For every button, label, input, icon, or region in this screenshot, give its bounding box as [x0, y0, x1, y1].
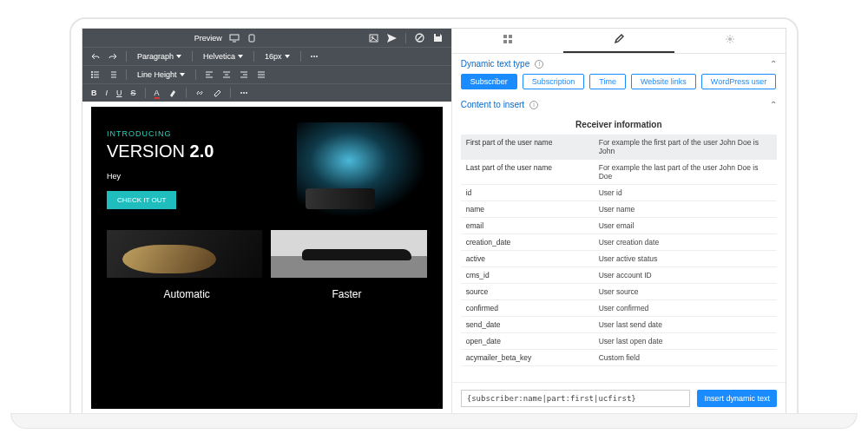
toolbar-row-3: Line Height [82, 66, 451, 84]
svg-point-6 [311, 56, 312, 57]
save-icon[interactable] [431, 31, 444, 44]
editor-toolbar: Preview Paragraph Helvetica 16px [82, 29, 451, 102]
panel-footer: {subscriber:name|part:first|ucfirst} Ins… [452, 382, 786, 414]
desktop-icon[interactable] [227, 32, 241, 44]
svg-rect-18 [509, 40, 512, 43]
svg-rect-5 [436, 34, 440, 36]
email-canvas[interactable]: INTRODUCING VERSION 2.0 Hey CHECK IT OUT… [82, 102, 451, 414]
chip-subscriber[interactable]: Subscriber [461, 74, 517, 89]
svg-point-8 [316, 56, 318, 57]
table-row[interactable]: cms_idUser account ID [461, 267, 777, 284]
paragraph-select[interactable]: Paragraph [134, 51, 185, 62]
table-row[interactable]: nameUser name [461, 201, 777, 218]
editor-pane: Preview Paragraph Helvetica 16px [82, 29, 451, 414]
toolbar-row-2: Paragraph Helvetica 16px [82, 48, 451, 66]
undo-icon[interactable] [89, 50, 102, 62]
caption-1: Automatic [107, 288, 266, 300]
side-tabs [452, 29, 786, 54]
align-right-icon[interactable] [238, 69, 250, 81]
eraser-icon[interactable] [211, 87, 223, 99]
align-center-icon[interactable] [220, 69, 233, 81]
svg-rect-0 [230, 35, 239, 40]
chip-time[interactable]: Time [589, 74, 626, 89]
number-list-icon[interactable] [107, 69, 119, 81]
mobile-icon[interactable] [247, 32, 257, 44]
link-icon[interactable] [194, 87, 206, 99]
chip-subscription[interactable]: Subscription [523, 74, 585, 89]
table-row[interactable]: confirmedUser confirmed [461, 300, 777, 317]
insert-button[interactable]: Insert dynamic text [697, 390, 777, 407]
svg-point-9 [91, 71, 92, 72]
more-icon[interactable] [308, 53, 320, 60]
more2-icon[interactable] [238, 89, 250, 96]
tab-settings[interactable] [674, 29, 786, 53]
laptop-frame: Preview Paragraph Helvetica 16px [69, 17, 799, 417]
table-row[interactable]: send_dateUser last send date [461, 317, 777, 333]
toolbar-row-1: Preview [82, 29, 451, 48]
redo-icon[interactable] [107, 50, 119, 62]
panel-title: Receiver information [461, 115, 777, 135]
thumb-1 [107, 230, 262, 278]
hero-image [297, 122, 427, 218]
table-row[interactable]: sourceUser source [461, 284, 777, 300]
app-window: Preview Paragraph Helvetica 16px [82, 28, 786, 415]
chevron-up-icon: ⌃ [770, 59, 777, 69]
table-row[interactable]: Last part of the user nameFor example th… [461, 160, 777, 185]
email-body: INTRODUCING VERSION 2.0 Hey CHECK IT OUT… [91, 107, 443, 409]
strike-icon[interactable]: S [129, 87, 138, 99]
align-left-icon[interactable] [203, 69, 215, 81]
highlight-icon[interactable] [167, 87, 179, 99]
align-justify-icon[interactable] [255, 69, 267, 81]
toolbar-row-4: B I U S A [82, 84, 451, 102]
table-row[interactable]: activeUser active status [461, 251, 777, 267]
hero-title: VERSION 2.0 [107, 141, 286, 161]
svg-point-11 [91, 76, 92, 77]
send-icon[interactable] [385, 32, 398, 44]
svg-rect-1 [249, 35, 254, 42]
svg-point-10 [91, 74, 92, 75]
info-panel: Receiver information First part of the u… [452, 115, 786, 382]
table-row[interactable]: idUser id [461, 185, 777, 201]
table-row[interactable]: acymailer_beta_keyCustom field [461, 350, 777, 366]
svg-point-12 [240, 92, 242, 94]
svg-point-7 [313, 56, 315, 57]
svg-point-13 [243, 92, 245, 94]
chevron-up-icon: ⌃ [770, 100, 777, 109]
italic-icon[interactable]: I [104, 87, 110, 99]
svg-rect-15 [503, 35, 507, 38]
cancel-icon[interactable] [413, 31, 426, 44]
info-icon[interactable]: i [535, 60, 543, 69]
svg-rect-16 [509, 35, 512, 38]
thumb-2 [271, 230, 426, 278]
tab-grid[interactable] [452, 29, 563, 53]
info-icon[interactable]: i [529, 101, 538, 109]
bold-icon[interactable]: B [89, 87, 99, 99]
preview-label: Preview [194, 34, 222, 43]
section-dynamic-type[interactable]: Dynamic text type i ⌃ [452, 54, 786, 74]
table-row[interactable]: First part of the user nameFor example t… [461, 135, 777, 160]
section-content-insert[interactable]: Content to insert i ⌃ [452, 95, 786, 115]
svg-point-19 [728, 37, 732, 41]
lineheight-select[interactable]: Line Height [134, 69, 188, 80]
font-select[interactable]: Helvetica [200, 51, 247, 62]
side-panel: Dynamic text type i ⌃ SubscriberSubscrip… [451, 29, 786, 414]
chip-wordpress-user[interactable]: WordPress user [701, 74, 776, 89]
chip-website-links[interactable]: Website links [631, 74, 696, 89]
bullet-list-icon[interactable] [89, 69, 102, 81]
tab-edit[interactable] [563, 29, 674, 53]
table-row[interactable]: open_dateUser last open date [461, 333, 777, 350]
underline-icon[interactable]: U [115, 87, 124, 99]
info-table: First part of the user nameFor example t… [461, 135, 777, 366]
dynamic-code-input[interactable]: {subscriber:name|part:first|ucfirst} [461, 390, 691, 407]
intro-label: INTRODUCING [107, 129, 286, 138]
image-icon[interactable] [367, 32, 380, 44]
table-row[interactable]: emailUser email [461, 218, 777, 234]
size-select[interactable]: 16px [261, 51, 293, 62]
table-row[interactable]: creation_dateUser creation date [461, 234, 777, 251]
text-color-icon[interactable]: A [153, 87, 161, 99]
greeting-text[interactable]: Hey [107, 172, 286, 181]
caption-2: Faster [266, 288, 426, 300]
type-chips: SubscriberSubscriptionTimeWebsite linksW… [452, 74, 786, 95]
cta-button[interactable]: CHECK IT OUT [107, 191, 176, 209]
svg-rect-17 [503, 40, 507, 43]
